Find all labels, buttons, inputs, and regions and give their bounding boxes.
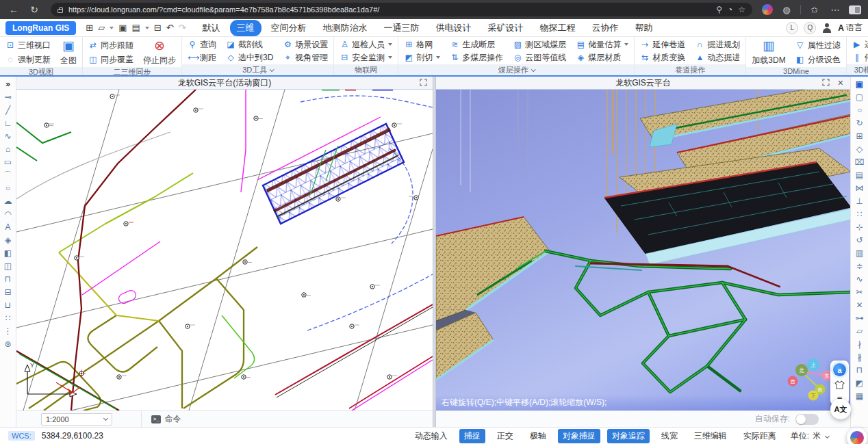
dynamic-tunneling-button[interactable]: ▲动态掘进 <box>695 53 740 62</box>
status-toggle[interactable]: 对象追踪 <box>607 429 650 443</box>
sync-overlay-button[interactable]: ◫同步覆盖 <box>88 55 133 64</box>
save-icon[interactable]: ▣ <box>118 23 127 33</box>
extend-trim-icon[interactable]: ✕ <box>856 300 863 311</box>
offset-icon[interactable]: ≑ <box>856 261 863 272</box>
material-transform-button[interactable]: ⇆材质变换 <box>640 53 685 62</box>
menu-tab[interactable]: 采矿设计 <box>481 20 531 36</box>
query-shortcut-button[interactable]: Q <box>804 22 816 34</box>
undo-icon[interactable]: ↶ <box>166 23 174 33</box>
tunneling-plan-button[interactable]: ∩掘进规划 <box>695 40 740 49</box>
viewport-select-icon[interactable]: ▣ <box>856 79 863 90</box>
slice-button[interactable]: ◩剖切 <box>404 53 440 62</box>
layer-shortcut-button[interactable]: L <box>786 22 798 34</box>
distribute-vertical-icon[interactable]: ⋮ <box>4 326 12 337</box>
rotate-icon[interactable]: ↺ <box>856 235 863 246</box>
section-line-button[interactable]: ◪截剖线 <box>226 40 273 49</box>
safety-monitor-button[interactable]: ⊟安全监测 <box>340 53 392 62</box>
command-input[interactable]: >_ 命令 <box>141 411 181 427</box>
reserve-estimate-button[interactable]: ▤储量估算 <box>576 40 628 49</box>
user-avatar-icon[interactable] <box>821 23 832 34</box>
browser-menu-icon[interactable]: ⋯ <box>828 5 842 15</box>
profile-icon[interactable] <box>849 5 861 14</box>
copy-icon[interactable]: ▥ <box>856 248 863 259</box>
view-3d-canvas[interactable]: 东 西 上 北 南 下 右键旋转(Q/E);中键平移(A/D);滚轮缩放(W/S… <box>436 90 850 410</box>
inspector-personnel-button[interactable]: ♙巡检人员 <box>340 40 392 49</box>
viewport-3d-button[interactable]: ⊡三维视口 <box>5 41 51 49</box>
line-tool-icon[interactable]: ╱ <box>5 105 10 116</box>
scale-select[interactable]: 1:2000 <box>41 413 112 426</box>
view-manager-button[interactable]: ⌖视角管理 <box>283 53 328 62</box>
region-seam-button[interactable]: ▨测区域煤层 <box>513 40 566 49</box>
extension-icon[interactable]: ◍ <box>780 5 793 15</box>
cube-view-icon[interactable]: ◇ <box>856 144 863 155</box>
rectangle-tool-icon[interactable]: ▭ <box>4 157 12 168</box>
align-top-icon[interactable]: ⊓ <box>5 274 11 285</box>
force-refresh-button[interactable]: ◌强制更新 <box>5 55 51 64</box>
polygon-tool-icon[interactable]: ⌂ <box>5 144 10 155</box>
collections-icon[interactable]: ✩ <box>808 5 821 15</box>
browser-reload-icon[interactable]: ↻ <box>27 4 41 15</box>
map-2d-canvas[interactable]: Y <box>16 90 433 410</box>
break-line-icon[interactable]: ∤ <box>858 339 862 350</box>
arc-tool-icon[interactable]: ⌒ <box>4 170 12 181</box>
redo-icon[interactable]: ↷ <box>179 23 186 33</box>
stop-button[interactable]: ∥停止 <box>852 53 868 62</box>
sync-follow-button[interactable]: ⇄同步跟随 <box>88 41 133 49</box>
circle-select-icon[interactable]: ○ <box>857 105 862 116</box>
fit-view-button[interactable]: ▣全图 <box>60 38 77 66</box>
label-list-icon[interactable]: ▤ <box>856 170 863 181</box>
clothes-material-icon[interactable] <box>834 380 845 392</box>
maximize-icon[interactable] <box>420 79 427 88</box>
distribute-horizontal-icon[interactable]: ∷ <box>5 313 11 324</box>
hatch-fill-icon[interactable]: ▦ <box>856 391 863 402</box>
extend-roadway-button[interactable]: ⇢延伸巷道 <box>640 40 685 49</box>
trim-icon[interactable]: ✂ <box>856 287 863 298</box>
attribute-filter-button[interactable]: ▽属性过滤 <box>795 41 841 49</box>
contour-cloud-button[interactable]: ◎云图等值线 <box>513 53 566 62</box>
menu-tab[interactable]: 三维 <box>230 20 261 36</box>
align-middle-icon[interactable]: ⊟ <box>4 287 11 298</box>
copilot-icon[interactable]: ◔ <box>728 5 732 14</box>
status-toggle[interactable]: 捕捉 <box>459 429 485 443</box>
select-to-3d-button[interactable]: ◇选中到3D <box>226 53 273 62</box>
delete-icon[interactable]: ⌧ <box>855 157 865 168</box>
map-frame-icon[interactable]: ⊞ <box>856 131 863 142</box>
zoom-icon[interactable]: ⚲ <box>716 5 722 14</box>
crop-icon[interactable]: ▱ <box>856 326 863 337</box>
url-text[interactable]: https://cloud.longruan.com/?cmd=cloudfil… <box>68 5 711 14</box>
close-icon[interactable]: × <box>838 79 843 87</box>
print-icon[interactable]: ⊟ <box>154 23 162 33</box>
hatch-tool-icon[interactable]: ◈ <box>5 235 11 246</box>
align-bottom-icon[interactable]: ⊔ <box>5 300 11 311</box>
move-icon[interactable]: ⊹ <box>856 222 863 233</box>
seam-material-button[interactable]: ◈煤层材质 <box>576 53 628 62</box>
bookmark-star-icon[interactable]: ☆ <box>738 5 745 14</box>
new-doc-icon[interactable]: ▤ <box>132 23 140 33</box>
node-break-icon[interactable]: ⊶ <box>856 313 864 324</box>
status-toggle[interactable]: 正交 <box>492 429 518 443</box>
menu-tab[interactable]: 默认 <box>196 20 227 36</box>
box-select-icon[interactable]: ▢ <box>856 92 863 103</box>
spline-tool-icon[interactable]: ∿ <box>4 131 11 142</box>
spring-icon[interactable]: ∿ <box>856 274 863 285</box>
circle-tool-icon[interactable]: ○ <box>5 183 10 194</box>
grid-button[interactable]: ⊞格网 <box>404 40 440 49</box>
revision-arc-tool-icon[interactable]: ◠ <box>4 209 11 220</box>
open-file-icon[interactable]: ▱ <box>98 23 105 33</box>
unit-select[interactable]: 单位: 米 <box>791 430 829 442</box>
align-left-icon[interactable]: ◧ <box>4 248 12 259</box>
mirror-icon[interactable]: ⋈ <box>856 183 864 194</box>
load-3dm-button[interactable]: ▥加载3DM <box>752 38 785 66</box>
measure-distance-button[interactable]: ⟷测距 <box>188 53 216 62</box>
sync-view-icon[interactable]: ↻ <box>856 118 863 129</box>
node-select-icon[interactable]: ⊛ <box>4 339 11 350</box>
cap-box-icon[interactable]: ⊓ <box>856 365 863 376</box>
menu-tab[interactable]: 物探工程 <box>533 20 583 36</box>
language-button[interactable]: A 语言 <box>838 22 863 34</box>
viewport-3d-titlebar[interactable]: 龙软GIS云平台 × <box>436 77 850 90</box>
viewport-2d-titlebar[interactable]: 龙软GIS云平台(活动窗口) <box>16 77 433 90</box>
cloud-tool-icon[interactable]: ☁ <box>4 196 12 207</box>
expand-tools-icon[interactable]: » <box>5 79 10 90</box>
new-file-icon[interactable]: ⊞ <box>86 23 93 33</box>
status-toggle[interactable]: 三维编辑 <box>689 429 732 443</box>
